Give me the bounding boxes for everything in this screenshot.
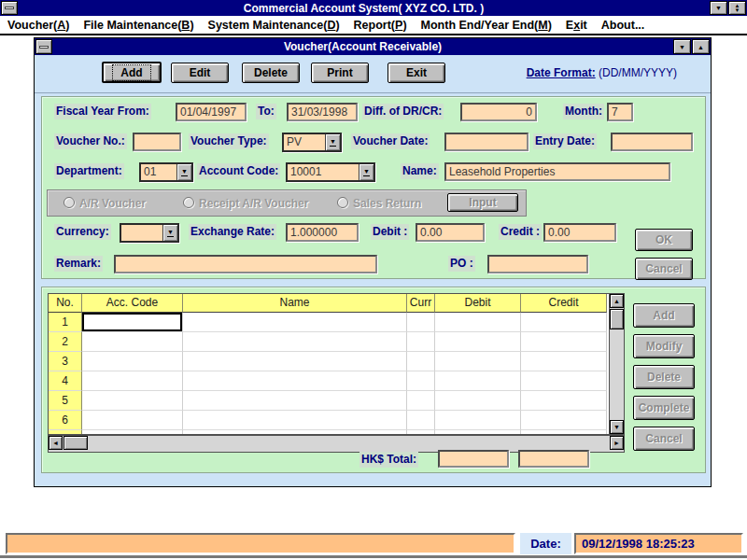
- grid-cell[interactable]: [435, 411, 521, 430]
- grid-cell[interactable]: [407, 352, 435, 371]
- month-field[interactable]: 7: [607, 103, 633, 121]
- grid-cell[interactable]: [82, 352, 183, 371]
- row-number: 3: [49, 352, 82, 371]
- minimize-icon: ▼: [715, 5, 722, 11]
- vscroll-thumb[interactable]: [610, 309, 624, 329]
- grid-cell[interactable]: [407, 391, 435, 411]
- voucher-lines-grid: No. Acc. Code Name Curr Debit Credit 1: [48, 293, 625, 435]
- line-complete-button[interactable]: Complete: [633, 396, 695, 420]
- input-button[interactable]: Input: [447, 193, 518, 212]
- grid-cell[interactable]: [82, 332, 183, 352]
- grid-cell[interactable]: [435, 371, 521, 391]
- grid-cell[interactable]: [521, 411, 607, 430]
- line-delete-button[interactable]: Delete: [633, 365, 695, 389]
- grid-cell[interactable]: [183, 371, 407, 391]
- grid-cell[interactable]: [521, 313, 607, 332]
- grid-cell[interactable]: [407, 371, 435, 391]
- diff-drcr-field[interactable]: 0: [460, 103, 537, 121]
- voucher-date-field[interactable]: [444, 133, 529, 151]
- voucher-kind-strip: A/R Voucher Receipt A/R Voucher Sales Re…: [47, 189, 527, 217]
- grid-cell[interactable]: [183, 411, 407, 430]
- grid-cell[interactable]: [435, 332, 521, 352]
- menu-file-maintenance[interactable]: File Maintenance(B): [83, 19, 193, 32]
- po-field[interactable]: [487, 255, 588, 273]
- sales-return-radio[interactable]: [337, 197, 348, 208]
- ar-voucher-radio[interactable]: [63, 197, 75, 208]
- dialog-maximize-button[interactable]: ▲: [692, 39, 710, 54]
- menu-voucher[interactable]: Voucher(A): [7, 19, 69, 32]
- grid-row: 5: [49, 391, 607, 411]
- account-code-combo[interactable]: 10001 ▼: [286, 162, 375, 182]
- header-credit: Credit: [521, 294, 607, 313]
- menu-system-maintenance[interactable]: System Maintenance(D): [208, 19, 340, 32]
- department-dropdown-icon[interactable]: ▼: [176, 164, 191, 180]
- grid-cell[interactable]: [521, 391, 607, 411]
- menu-exit[interactable]: Exit: [566, 19, 587, 32]
- grid-cell[interactable]: [435, 352, 521, 371]
- month-label: Month:: [563, 104, 604, 119]
- grid-cell[interactable]: [521, 332, 607, 352]
- dialog-control-menu-button[interactable]: [35, 39, 52, 54]
- row-number: 4: [49, 371, 82, 391]
- scroll-right-button[interactable]: ►: [610, 436, 624, 450]
- credit-field[interactable]: 0.00: [543, 223, 616, 242]
- dialog-minimize-button[interactable]: ▼: [673, 39, 691, 54]
- grid-cell[interactable]: [183, 391, 407, 411]
- grid-cell-selected[interactable]: [82, 313, 183, 332]
- voucher-type-dropdown-icon[interactable]: ▼: [325, 134, 340, 150]
- main-minimize-button[interactable]: ▼: [710, 1, 727, 15]
- delete-button[interactable]: Delete: [242, 63, 300, 83]
- ok-button[interactable]: OK: [635, 229, 693, 251]
- debit-field[interactable]: 0.00: [416, 223, 485, 242]
- grid-cell[interactable]: [183, 332, 407, 352]
- scroll-up-button[interactable]: ▲: [610, 294, 624, 308]
- fiscal-year-to-field[interactable]: 31/03/1998: [287, 103, 358, 121]
- header-acc-code: Acc. Code: [82, 294, 183, 313]
- voucher-no-field[interactable]: [133, 133, 181, 151]
- main-restore-button[interactable]: ▲ ▼: [728, 1, 746, 15]
- line-cancel-button[interactable]: Cancel: [633, 427, 695, 451]
- grid-cell[interactable]: [407, 313, 435, 332]
- fiscal-year-from-label: Fiscal Year From:: [54, 104, 151, 119]
- grid-cell[interactable]: [82, 411, 183, 430]
- remark-field[interactable]: [114, 255, 377, 273]
- grid-cell[interactable]: [82, 391, 183, 411]
- hscroll-thumb[interactable]: [63, 436, 88, 450]
- account-name-field[interactable]: Leasehold Properties: [444, 162, 670, 181]
- dialog-title: Voucher(Account Receivable): [52, 40, 673, 53]
- entry-date-field[interactable]: [611, 133, 693, 151]
- department-combo[interactable]: 01 ▼: [139, 162, 193, 182]
- grid-cell[interactable]: [82, 371, 183, 391]
- scroll-left-button[interactable]: ◄: [49, 436, 63, 450]
- exit-button[interactable]: Exit: [388, 63, 445, 83]
- currency-combo[interactable]: ▼: [120, 223, 179, 243]
- scroll-down-button[interactable]: ▼: [610, 420, 624, 434]
- grid-cell[interactable]: [407, 332, 435, 352]
- status-message-bar: [6, 533, 515, 554]
- grid-vertical-scrollbar[interactable]: ▲ ▼: [609, 294, 624, 434]
- receipt-ar-voucher-radio[interactable]: [183, 197, 194, 208]
- menu-month-end-year-end[interactable]: Month End/Year End(M): [421, 19, 552, 32]
- line-modify-button[interactable]: Modify: [633, 334, 695, 358]
- grid-cell[interactable]: [435, 313, 521, 332]
- menu-report[interactable]: Report(P): [354, 19, 407, 32]
- grid-cell[interactable]: [183, 313, 407, 332]
- edit-button[interactable]: Edit: [171, 63, 229, 83]
- fiscal-year-from-field[interactable]: 01/04/1997: [176, 103, 247, 121]
- print-button[interactable]: Print: [311, 63, 369, 83]
- exchange-rate-field[interactable]: 1.000000: [286, 223, 359, 242]
- fiscal-year-to-label: To:: [256, 104, 276, 119]
- voucher-type-combo[interactable]: PV ▼: [282, 133, 342, 152]
- grid-cell[interactable]: [407, 411, 435, 430]
- menu-about[interactable]: About...: [601, 19, 645, 32]
- line-add-button[interactable]: Add: [633, 303, 695, 328]
- add-button[interactable]: Add: [102, 62, 162, 83]
- currency-dropdown-icon[interactable]: ▼: [162, 225, 177, 241]
- account-code-dropdown-icon[interactable]: ▼: [359, 164, 374, 180]
- grid-cell[interactable]: [435, 391, 521, 411]
- main-control-menu-button[interactable]: [1, 1, 18, 15]
- grid-cell[interactable]: [521, 371, 607, 391]
- grid-cell[interactable]: [521, 352, 607, 371]
- grid-cell[interactable]: [183, 352, 407, 371]
- form-cancel-button[interactable]: Cancel: [635, 258, 693, 280]
